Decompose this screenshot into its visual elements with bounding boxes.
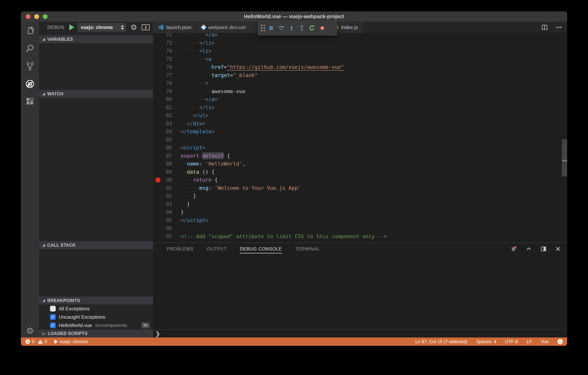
step-out-button[interactable] xyxy=(297,22,307,34)
code-line[interactable]: 72········</a> xyxy=(153,33,562,39)
line-number[interactable]: 88 xyxy=(153,160,181,168)
encoding-setting[interactable]: UTF-8 xyxy=(505,339,518,344)
checkbox-checked[interactable]: ✓ xyxy=(50,322,56,328)
code-line[interactable]: 76··········href="https://github.com/vue… xyxy=(153,63,562,71)
source-control-icon[interactable] xyxy=(21,57,39,75)
code-line[interactable]: 80········</a> xyxy=(153,95,562,103)
open-debug-console-icon[interactable]: ❯ xyxy=(142,24,150,30)
code-editor[interactable]: 72········</a>73······</li>74······<li>7… xyxy=(153,33,567,243)
code-line[interactable]: 88··name:·'HelloWorld', xyxy=(153,160,562,168)
code-line[interactable]: 97<!--·Add·"scoped"·attribute·to·limit·C… xyxy=(153,232,562,241)
line-number[interactable]: 80 xyxy=(153,95,181,103)
line-number[interactable]: 77 xyxy=(153,71,181,79)
code-line[interactable]: 96 xyxy=(153,224,562,232)
code-line[interactable]: 82····</ul> xyxy=(153,111,562,120)
line-number[interactable]: 82 xyxy=(153,111,181,120)
line-number[interactable]: 95 xyxy=(153,216,181,224)
split-panel-icon[interactable] xyxy=(540,246,547,252)
eol-setting[interactable]: LF xyxy=(527,339,532,344)
line-number[interactable]: 76 xyxy=(153,63,181,71)
close-panel-icon[interactable] xyxy=(555,246,561,252)
line-number[interactable]: 89 xyxy=(153,168,181,176)
code-line[interactable]: 95</script> xyxy=(153,216,562,224)
language-mode[interactable]: Vue xyxy=(541,339,549,344)
code-line[interactable]: 73······</li> xyxy=(153,39,562,47)
section-header-watch[interactable]: ◢ WATCH xyxy=(39,90,153,98)
line-number[interactable]: 79 xyxy=(153,88,181,96)
line-number[interactable]: 98 xyxy=(153,240,181,243)
code-line[interactable]: 78········> xyxy=(153,79,562,88)
code-line[interactable]: 83··</div> xyxy=(153,120,562,128)
breakpoint-item[interactable]: ✓HelloWorld.vuesrc/components90 xyxy=(39,321,153,330)
code-line[interactable]: 86<script> xyxy=(153,144,562,152)
code-line[interactable]: 74······<li> xyxy=(153,47,562,55)
code-line[interactable]: 94} xyxy=(153,208,562,216)
line-number[interactable]: 91 xyxy=(153,184,181,192)
code-line[interactable]: 91······msg:·'Welcome·to·Your·Vue.js·App… xyxy=(153,184,562,192)
line-number[interactable]: 93 xyxy=(153,200,181,208)
tab-output[interactable]: OUTPUT xyxy=(207,243,227,255)
debug-configuration-select[interactable]: vuejs: chrome xyxy=(77,23,126,32)
active-debug-session[interactable]: vuejs: chrome xyxy=(54,339,88,344)
code-line[interactable]: 81······</li> xyxy=(153,103,562,112)
start-debugging-button[interactable] xyxy=(69,24,74,30)
debug-icon[interactable] xyxy=(21,75,39,93)
pause-button[interactable] xyxy=(266,22,276,34)
line-number[interactable]: 78 xyxy=(153,79,181,88)
code-line[interactable]: 93··} xyxy=(153,200,562,208)
toolbar-drag-handle-icon[interactable] xyxy=(260,22,266,34)
line-number[interactable]: 96 xyxy=(153,224,181,232)
debug-console-input[interactable]: ❯ xyxy=(153,330,567,337)
line-number[interactable]: 94 xyxy=(153,208,181,216)
scrollbar-thumb[interactable] xyxy=(562,139,567,176)
tab-launch-json[interactable]: launch.json xyxy=(153,22,197,33)
code-line[interactable]: 84</template> xyxy=(153,128,562,136)
line-number[interactable]: 97 xyxy=(153,232,181,241)
search-icon[interactable] xyxy=(21,39,39,57)
code-line[interactable]: 75········<a xyxy=(153,55,562,63)
line-number[interactable]: 84 xyxy=(153,128,181,136)
code-line[interactable]: 85 xyxy=(153,136,562,144)
code-line[interactable]: 92····} xyxy=(153,192,562,200)
line-number[interactable]: 74 xyxy=(153,47,181,55)
problems-status[interactable]: 0 0 xyxy=(25,339,47,344)
line-number[interactable]: 83 xyxy=(153,120,181,128)
line-number[interactable]: 92 xyxy=(153,192,181,200)
step-into-button[interactable] xyxy=(286,22,297,34)
code-line[interactable]: 79··········awesome-vue xyxy=(153,88,562,96)
split-editor-icon[interactable] xyxy=(541,24,548,31)
indentation-setting[interactable]: Spaces: 4 xyxy=(476,339,496,344)
stop-button[interactable] xyxy=(317,22,327,34)
code-line[interactable]: 77··········target="_blank" xyxy=(153,71,562,79)
explorer-icon[interactable] xyxy=(21,22,39,39)
line-number[interactable]: 86 xyxy=(153,144,181,152)
checkbox-checked[interactable]: ✓ xyxy=(50,314,56,320)
line-number[interactable]: 73 xyxy=(153,39,181,47)
settings-gear-icon[interactable]: ⚙ xyxy=(21,326,39,335)
feedback-smiley-icon[interactable] xyxy=(557,339,563,344)
code-line[interactable]: 98<style·scoped> xyxy=(153,240,562,243)
line-number[interactable]: 85 xyxy=(153,136,181,144)
breakpoint-item[interactable]: ✓Uncaught Exceptions xyxy=(39,313,153,321)
more-actions-icon[interactable] xyxy=(556,24,562,31)
section-header-call-stack[interactable]: ◢ CALL STACK xyxy=(39,241,153,249)
configure-launch-gear-icon[interactable]: ⚙ xyxy=(130,23,137,31)
breakpoint-gutter[interactable]: 90 xyxy=(153,176,181,184)
checkbox-unchecked[interactable] xyxy=(50,306,56,311)
step-over-button[interactable] xyxy=(276,22,286,34)
section-header-loaded-scripts[interactable]: ▷ LOADED SCRIPTS xyxy=(39,330,153,337)
code-line[interactable]: 87export·default·{ xyxy=(153,152,562,160)
maximize-panel-icon[interactable] xyxy=(525,246,532,252)
line-number[interactable]: 75 xyxy=(153,55,181,63)
restart-button[interactable] xyxy=(307,22,317,34)
tab-terminal[interactable]: TERMINAL xyxy=(295,243,320,255)
tab-problems[interactable]: PROBLEMS xyxy=(167,243,193,255)
breakpoint-item[interactable]: All Exceptions xyxy=(39,305,153,313)
line-number[interactable]: 72 xyxy=(153,33,181,39)
section-header-variables[interactable]: ◢ VARIABLES xyxy=(39,35,153,43)
line-number[interactable]: 87 xyxy=(153,152,181,160)
code-line[interactable]: 90····return·{ xyxy=(153,176,562,184)
tab-debug-console[interactable]: DEBUG CONSOLE xyxy=(240,243,282,255)
clear-console-icon[interactable] xyxy=(511,246,517,252)
cursor-position[interactable]: Ln 87, Col 15 (7 selected) xyxy=(415,339,468,344)
